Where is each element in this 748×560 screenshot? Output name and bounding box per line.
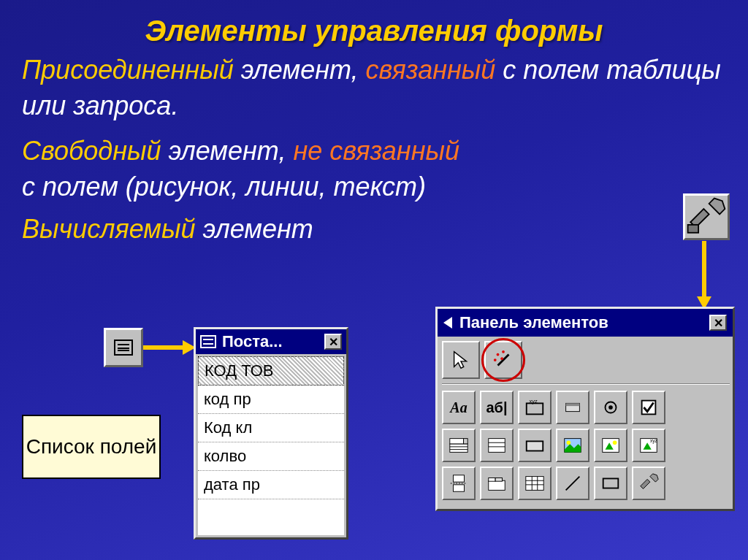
textbox-icon: аб| [486, 399, 507, 416]
slide-title: Элементы управления формы [0, 15, 748, 47]
toggle-icon [562, 396, 584, 418]
button-icon [524, 434, 546, 456]
subform-tool[interactable] [518, 467, 552, 500]
hammer-wrench-icon [638, 472, 660, 494]
list-icon [200, 335, 216, 348]
text-line3: с полем (рисунок, линии, текст) [22, 169, 726, 205]
svg-point-25 [613, 440, 617, 445]
list-item[interactable]: колво [198, 442, 344, 471]
window-title-text: Панель элементов [459, 313, 608, 332]
toolbox-window: Панель элементов ✕ Aa аб| xyz [435, 307, 735, 511]
svg-rect-15 [450, 444, 468, 452]
svg-rect-18 [489, 439, 505, 453]
unbound-object-tool[interactable] [594, 429, 627, 462]
svg-rect-29 [454, 485, 465, 491]
rectangle-tool[interactable] [594, 467, 627, 500]
slide-body: Присоединенный элемент, связанный с поле… [22, 53, 726, 248]
toggle-tool[interactable] [556, 391, 589, 424]
fieldlist-body: КОД ТОВ код пр Код кл колво дата пр [198, 356, 344, 535]
fieldlist-label: Список полей [22, 415, 161, 479]
toolbox-body: Aa аб| xyz xyz [438, 337, 733, 509]
svg-rect-0 [688, 225, 699, 233]
line-icon [562, 472, 584, 494]
listbox-icon [486, 434, 508, 456]
term-calculated: Вычисляемый [22, 214, 196, 244]
subform-icon [524, 472, 546, 494]
pagebreak-icon [448, 472, 470, 494]
svg-rect-34 [526, 477, 543, 491]
checkbox-icon [638, 396, 660, 418]
term-bound: связанный [366, 55, 496, 85]
list-item[interactable]: КОД ТОВ [198, 356, 344, 386]
select-tool[interactable] [442, 341, 480, 379]
bound-object-icon: xyz [638, 434, 660, 456]
term-attached: Присоединенный [22, 55, 234, 85]
svg-line-1 [498, 355, 509, 366]
svg-rect-14 [464, 439, 468, 445]
groupbox-icon: xyz [524, 396, 546, 418]
separator [442, 383, 730, 385]
arrow-to-fieldlist [143, 345, 186, 350]
svg-point-3 [502, 350, 505, 353]
image-icon [562, 434, 584, 456]
text: элемент, [234, 55, 366, 85]
label-tool[interactable]: Aa [442, 391, 476, 424]
image-tool[interactable] [556, 429, 589, 462]
svg-rect-31 [489, 480, 505, 490]
svg-rect-40 [603, 478, 619, 488]
close-button[interactable]: ✕ [709, 315, 727, 331]
line-tool[interactable] [556, 467, 589, 500]
wand-icon [492, 349, 514, 371]
tab-icon [486, 472, 508, 494]
term-unbound: не связанный [293, 136, 459, 166]
list-item[interactable]: код пр [198, 386, 344, 414]
svg-rect-13 [450, 439, 464, 445]
svg-text:xyz: xyz [530, 398, 538, 404]
option-tool[interactable] [594, 391, 627, 424]
svg-line-39 [566, 477, 580, 491]
svg-rect-21 [527, 441, 543, 450]
button-tool[interactable] [518, 429, 552, 462]
svg-point-2 [497, 353, 500, 356]
toolbox-titlebar[interactable]: Панель элементов ✕ [438, 309, 733, 337]
pagebreak-tool[interactable] [442, 467, 476, 500]
combobox-tool[interactable] [442, 429, 476, 462]
textbox-tool[interactable]: аб| [480, 391, 514, 424]
build-button[interactable] [683, 193, 730, 240]
bound-object-tool[interactable]: xyz [632, 429, 665, 462]
svg-text:xyz: xyz [650, 438, 658, 444]
object-icon [600, 434, 622, 456]
hammer-wrench-icon [685, 196, 728, 238]
rectangle-icon [600, 472, 622, 494]
fieldlist-button[interactable] [104, 328, 143, 367]
svg-rect-33 [495, 478, 502, 482]
arrow-to-toolbox [702, 241, 706, 299]
label-icon: Aa [450, 399, 467, 416]
list-item[interactable]: Код кл [198, 414, 344, 442]
radio-icon [600, 396, 622, 418]
svg-rect-28 [454, 475, 465, 482]
tab-tool[interactable] [480, 467, 514, 500]
svg-point-4 [494, 358, 497, 361]
listbox-tool[interactable] [480, 429, 514, 462]
svg-point-5 [500, 357, 503, 360]
fieldlist-window: Поста... ✕ КОД ТОВ код пр Код кл колво д… [194, 327, 348, 540]
svg-rect-32 [489, 478, 495, 482]
text: элемент [196, 214, 313, 244]
svg-rect-6 [527, 403, 543, 414]
svg-point-11 [608, 405, 613, 410]
list-item[interactable]: дата пр [198, 471, 344, 499]
wizard-tool[interactable] [484, 341, 522, 379]
checkbox-tool[interactable] [632, 391, 665, 424]
close-button[interactable]: ✕ [324, 334, 342, 350]
window-title-text: Поста... [222, 332, 283, 351]
list-icon [114, 340, 133, 356]
svg-rect-9 [566, 403, 580, 406]
more-tools[interactable] [632, 467, 665, 500]
combobox-icon [448, 434, 470, 456]
dropdown-icon [443, 317, 452, 329]
pointer-icon [450, 349, 472, 371]
fieldlist-titlebar[interactable]: Поста... ✕ [196, 329, 346, 354]
text: элемент, [161, 136, 294, 166]
groupbox-tool[interactable]: xyz [518, 391, 552, 424]
